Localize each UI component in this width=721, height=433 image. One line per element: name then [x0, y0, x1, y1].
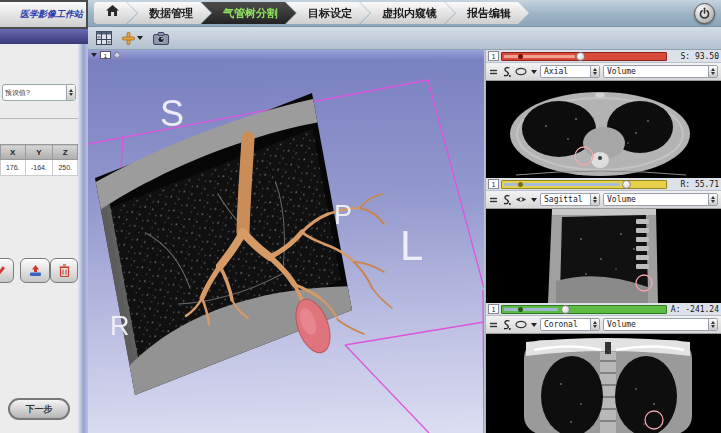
eye-icon[interactable] — [515, 195, 528, 204]
stepper-icon[interactable] — [66, 85, 75, 100]
panel-splitter[interactable] — [78, 44, 88, 433]
coronal-image-view[interactable] — [486, 334, 721, 433]
sagittal-image-view[interactable] — [486, 209, 721, 303]
coronal-view-block: 1 A: -241.24 — [486, 303, 721, 433]
sagittal-slice-position: R: 55.71 — [669, 180, 719, 189]
capture-icon — [29, 264, 42, 277]
orientation-value: Coronal — [541, 320, 590, 329]
tab-data-management[interactable]: 数据管理 — [127, 2, 211, 24]
capture-seed-button[interactable] — [20, 258, 50, 283]
link-icon[interactable] — [489, 68, 498, 76]
tab-virtual-endoscopy[interactable]: 虚拟内窥镜 — [360, 2, 455, 24]
trash-icon — [59, 264, 70, 277]
next-step-button[interactable]: 下一步 — [8, 398, 70, 420]
axial-image-view[interactable] — [486, 81, 721, 178]
cell-x: 176. — [1, 160, 26, 176]
visibility-icon[interactable] — [515, 67, 528, 76]
coronal-slice-position: A: -241.24 — [669, 305, 719, 314]
tab-target-setting[interactable]: 目标设定 — [286, 2, 370, 24]
axial-ct-image — [486, 81, 721, 178]
tab-label: 报告编辑 — [467, 7, 511, 19]
stepper-icon[interactable] — [590, 194, 599, 205]
sagittal-ct-image — [486, 209, 721, 303]
sagittal-orientation-select[interactable]: Sagittal — [540, 193, 600, 206]
layout-button[interactable] — [96, 31, 112, 45]
coronal-slice-slider-row: 1 A: -241.24 — [486, 303, 721, 316]
3d-viewport[interactable]: S P L R 1 — [88, 50, 484, 433]
stepper-icon[interactable] — [708, 66, 717, 77]
3d-view-header-strip: 1 — [88, 50, 484, 60]
stepper-icon[interactable] — [708, 194, 717, 205]
sagittal-layer-select[interactable]: Volume — [603, 193, 718, 206]
slider-marker — [518, 307, 523, 312]
axial-view-block: 1 S: 93.50 — [486, 50, 721, 178]
next-step-label: 下一步 — [26, 403, 53, 416]
snapshot-button[interactable] — [153, 32, 169, 45]
view-counter[interactable]: 1 — [488, 304, 499, 314]
slider-handle[interactable] — [622, 180, 631, 189]
visibility-icon[interactable] — [515, 320, 528, 329]
orientation-label-posterior: P — [334, 200, 352, 230]
tab-airway-segmentation[interactable]: 气管树分割 — [201, 2, 296, 24]
axial-control-row: Axial Volume — [486, 63, 721, 81]
home-icon — [106, 5, 119, 17]
pencil-icon — [0, 265, 5, 277]
top-navigation: 数据管理 气管树分割 目标设定 虚拟内窥镜 报告编辑 — [88, 0, 721, 27]
orientation-value: Sagittal — [541, 195, 590, 204]
coordinates-header-row: X Y Z — [1, 145, 78, 160]
caret-down-icon[interactable] — [91, 53, 97, 57]
link-icon[interactable] — [489, 321, 498, 329]
snapshot-camera-icon — [153, 32, 169, 45]
col-x: X — [1, 145, 26, 160]
preset-dropdown[interactable]: 预设值? — [2, 84, 76, 101]
axial-layer-select[interactable]: Volume — [603, 65, 718, 78]
stepper-icon[interactable] — [590, 66, 599, 77]
view-counter[interactable]: 1 — [100, 51, 111, 59]
annotate-icon[interactable] — [501, 66, 512, 78]
link-icon[interactable] — [489, 196, 498, 204]
coronal-orientation-select[interactable]: Coronal — [540, 318, 600, 331]
3d-scene[interactable]: S P L R — [88, 50, 484, 433]
tab-report-editing[interactable]: 报告编辑 — [445, 2, 529, 24]
cell-y: -164. — [25, 160, 53, 176]
sagittal-view-block: 1 R: 55.71 — [486, 178, 721, 303]
edit-seed-button[interactable] — [0, 258, 14, 283]
coronal-ct-image — [486, 334, 721, 433]
power-icon — [698, 7, 711, 20]
caret-down-icon[interactable] — [531, 323, 537, 327]
coronal-layer-select[interactable]: Volume — [603, 318, 718, 331]
layout-grid-icon — [96, 31, 112, 45]
layer-value: Volume — [604, 320, 708, 329]
axial-orientation-select[interactable]: Axial — [540, 65, 600, 78]
add-annotation-button[interactable] — [122, 32, 143, 45]
annotate-icon[interactable] — [501, 319, 512, 331]
seed-point-buttons — [0, 258, 78, 285]
axial-slice-slider[interactable] — [501, 52, 667, 61]
divider — [0, 118, 78, 119]
sagittal-slice-slider[interactable] — [501, 180, 667, 189]
tab-label: 气管树分割 — [223, 7, 278, 19]
stepper-icon[interactable] — [590, 319, 599, 330]
stepper-icon[interactable] — [708, 319, 717, 330]
annotate-icon[interactable] — [501, 194, 512, 206]
caret-down-icon[interactable] — [531, 70, 537, 74]
delete-seed-button[interactable] — [50, 258, 78, 283]
table-row[interactable]: 176. -164. 250. — [1, 160, 78, 176]
slider-track — [504, 308, 558, 311]
caret-down-icon[interactable] — [531, 198, 537, 202]
power-button[interactable] — [694, 3, 715, 24]
diamond-marker-icon[interactable] — [113, 51, 121, 59]
coronal-slice-slider[interactable] — [501, 305, 667, 314]
orientation-label-left: L — [400, 222, 423, 269]
view-counter[interactable]: 1 — [488, 51, 499, 61]
toolbar — [88, 27, 721, 50]
axial-slice-slider-row: 1 S: 93.50 — [486, 50, 721, 63]
axial-slice-position: S: 93.50 — [669, 52, 719, 61]
view-counter[interactable]: 1 — [488, 179, 499, 189]
caret-down-icon[interactable] — [137, 36, 143, 40]
layer-value: Volume — [604, 195, 708, 204]
app-title: 医学影像工作站 — [20, 8, 83, 21]
slider-handle[interactable] — [561, 305, 570, 314]
slider-handle[interactable] — [576, 52, 585, 61]
slider-marker — [518, 54, 523, 59]
